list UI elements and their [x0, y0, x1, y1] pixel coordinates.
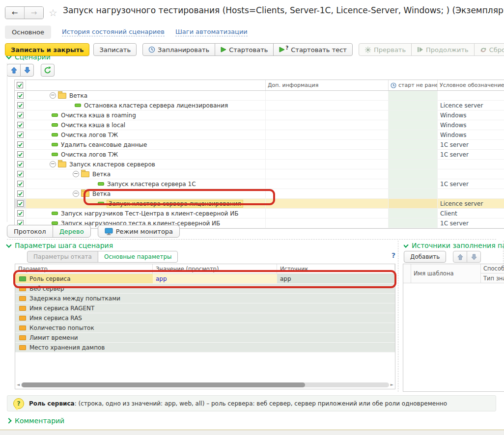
- section-comment[interactable]: Комментарий: [7, 417, 64, 425]
- column-source[interactable]: Источник: [277, 264, 395, 273]
- section-fill-sources[interactable]: Источники заполнения па: [404, 242, 504, 249]
- start-cell[interactable]: [389, 169, 438, 179]
- checkbox-checked-icon[interactable]: [17, 151, 24, 158]
- start-cell[interactable]: [389, 160, 438, 169]
- tree-row[interactable]: Очистка кэша в roaming Windows: [15, 110, 504, 120]
- row-checkbox[interactable]: [15, 160, 26, 169]
- unit-cell[interactable]: Licence server: [438, 101, 504, 110]
- info-cell[interactable]: [266, 169, 389, 179]
- column-value-type[interactable]: Тип знач: [481, 273, 504, 283]
- column-value[interactable]: Значение (просмотр): [153, 264, 277, 273]
- collapse-expander-icon[interactable]: [50, 92, 56, 99]
- unit-cell[interactable]: Licence server: [438, 199, 504, 208]
- start-test-button[interactable]: ? Стартовать тест: [273, 43, 353, 56]
- source-move-down-button[interactable]: [467, 251, 481, 263]
- row-checkbox[interactable]: [15, 101, 26, 110]
- start-cell[interactable]: [389, 140, 438, 149]
- move-up-button[interactable]: [7, 64, 21, 77]
- info-cell[interactable]: [266, 189, 389, 198]
- tab-rollback-params[interactable]: Параметры отката: [27, 251, 98, 263]
- param-value[interactable]: app: [153, 274, 277, 283]
- unit-cell[interactable]: [438, 160, 504, 169]
- tree-row[interactable]: Очистка логов ТЖ 1C server: [15, 150, 504, 160]
- start-cell[interactable]: [389, 120, 438, 130]
- checkbox-checked-icon[interactable]: [17, 200, 24, 207]
- unit-cell[interactable]: Windows: [438, 120, 504, 130]
- monitor-mode-button[interactable]: Режим монитора: [98, 225, 180, 238]
- save-close-button[interactable]: Записать и закрыть: [5, 43, 89, 56]
- interrupt-button[interactable]: Прервать: [359, 43, 412, 56]
- unit-cell[interactable]: 1C server: [438, 150, 504, 159]
- row-checkbox[interactable]: [15, 150, 26, 159]
- tab-automation[interactable]: Шаги автоматизации: [175, 28, 248, 36]
- row-checkbox[interactable]: [15, 91, 26, 100]
- tree-row[interactable]: Ветка: [15, 169, 504, 179]
- checkbox-checked-icon[interactable]: [17, 161, 24, 167]
- column-template-name[interactable]: Имя шаблона: [411, 264, 481, 283]
- column-start[interactable]: старт не ранее…: [389, 80, 438, 90]
- tree-row-selected[interactable]: Запуск кластера сервера лицензирования L…: [15, 199, 504, 209]
- info-cell[interactable]: [266, 209, 389, 218]
- start-cell[interactable]: [389, 110, 438, 120]
- row-checkbox[interactable]: [15, 199, 26, 208]
- start-cell[interactable]: [389, 189, 438, 198]
- row-checkbox[interactable]: [15, 169, 26, 179]
- tree-item-label[interactable]: Ветка: [69, 92, 87, 99]
- tab-main-params[interactable]: Основные параметры: [98, 251, 178, 263]
- param-name[interactable]: Лимит времени: [29, 334, 78, 341]
- unit-cell[interactable]: 1C server: [438, 140, 504, 149]
- param-row[interactable]: Веб сервер: [15, 284, 395, 294]
- view-tree-button[interactable]: Дерево: [53, 225, 91, 238]
- param-name[interactable]: Имя сервиса RAS: [29, 315, 82, 322]
- section-step-params[interactable]: Параметры шага сценария: [7, 242, 113, 249]
- row-checkbox[interactable]: [15, 110, 26, 120]
- tree-item-label[interactable]: Ветка: [92, 190, 111, 197]
- row-checkbox[interactable]: [15, 140, 26, 149]
- tree-row[interactable]: Запуск кластеров серверов: [15, 160, 504, 169]
- scroll-right-icon[interactable]: ►: [391, 382, 393, 387]
- start-cell[interactable]: [389, 179, 438, 189]
- view-protocol-button[interactable]: Протокол: [7, 225, 53, 238]
- scroll-left-icon[interactable]: ◄: [17, 382, 20, 387]
- checkbox-checked-icon[interactable]: [17, 122, 24, 128]
- info-cell[interactable]: [266, 110, 389, 120]
- source-move-up-button[interactable]: [453, 251, 467, 263]
- checkbox-checked-icon[interactable]: [17, 102, 24, 109]
- start-cell[interactable]: [389, 91, 438, 100]
- param-name[interactable]: Количество попыток: [29, 325, 94, 331]
- tree-row[interactable]: Запуск нагрузчиков Тест-Центра в клиент-…: [15, 209, 504, 218]
- param-row[interactable]: Количество попыток: [15, 323, 395, 333]
- column-unit[interactable]: Условное обозначение ед: [438, 80, 504, 90]
- param-row[interactable]: Имя сервиса RAS: [15, 313, 395, 323]
- tree-item-label[interactable]: Запуск кластеров серверов: [69, 161, 155, 168]
- tree-item-label[interactable]: Запуск нагрузчиков Тест-Центра в клиент-…: [61, 210, 238, 217]
- info-cell[interactable]: [266, 199, 389, 208]
- start-cell[interactable]: [389, 150, 438, 159]
- forward-button[interactable]: →: [25, 7, 43, 19]
- checkbox-checked-icon[interactable]: [17, 112, 24, 118]
- favorite-star-icon[interactable]: ☆: [49, 7, 57, 19]
- back-button[interactable]: ←: [5, 7, 25, 19]
- unit-cell[interactable]: Windows: [438, 130, 504, 139]
- unit-cell[interactable]: [438, 189, 504, 198]
- checkbox-checked-icon[interactable]: [17, 171, 24, 177]
- tree-item-label[interactable]: Очистка логов ТЖ: [61, 151, 118, 158]
- tab-main[interactable]: Основное: [5, 26, 51, 39]
- checkbox-checked-icon[interactable]: [17, 92, 24, 99]
- horizontal-scrollbar[interactable]: ◄ ►: [17, 381, 393, 388]
- start-cell[interactable]: [389, 101, 438, 110]
- param-row[interactable]: Место хранения дампов: [15, 343, 395, 353]
- tree-row[interactable]: Ветка: [15, 91, 504, 101]
- scrollbar-thumb[interactable]: [22, 382, 305, 387]
- tree-row[interactable]: Удалить сеансовые данные 1C server: [15, 140, 504, 150]
- unit-cell[interactable]: [438, 91, 504, 100]
- tree-row[interactable]: Остановка кластера сервера лицензировани…: [15, 101, 504, 110]
- continue-button[interactable]: Продолжить: [411, 43, 475, 56]
- start-cell[interactable]: [389, 218, 438, 228]
- refresh-button[interactable]: [41, 64, 55, 77]
- row-checkbox[interactable]: [15, 179, 26, 189]
- select-all-cell[interactable]: [15, 80, 26, 90]
- add-source-button[interactable]: Добавить: [404, 251, 446, 263]
- param-name[interactable]: Задержка между попытками: [29, 295, 120, 302]
- scrollbar-track[interactable]: [21, 382, 389, 387]
